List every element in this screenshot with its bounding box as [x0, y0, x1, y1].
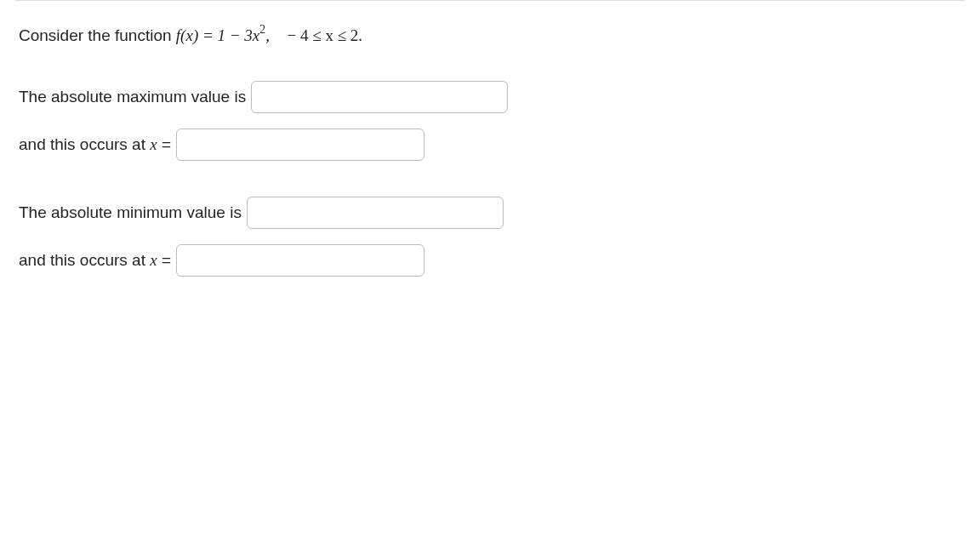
- problem-statement: Consider the function f(x) = 1 − 3x2, − …: [0, 1, 980, 45]
- min-at-input[interactable]: [176, 244, 424, 277]
- min-occurs-label: and this occurs at x =: [19, 251, 171, 270]
- min-value-label: The absolute minimum value is: [19, 203, 242, 222]
- function-definition: f(x) = 1 − 3x2: [176, 26, 265, 44]
- max-value-input[interactable]: [251, 81, 508, 113]
- max-occurs-label: and this occurs at x =: [19, 135, 171, 154]
- domain-interval: − 4 ≤ x ≤ 2.: [283, 26, 362, 44]
- max-at-input[interactable]: [176, 129, 424, 161]
- problem-prefix: Consider the function: [19, 26, 176, 44]
- comma: ,: [265, 26, 270, 44]
- max-value-label: The absolute maximum value is: [19, 88, 246, 106]
- min-value-input[interactable]: [247, 197, 504, 229]
